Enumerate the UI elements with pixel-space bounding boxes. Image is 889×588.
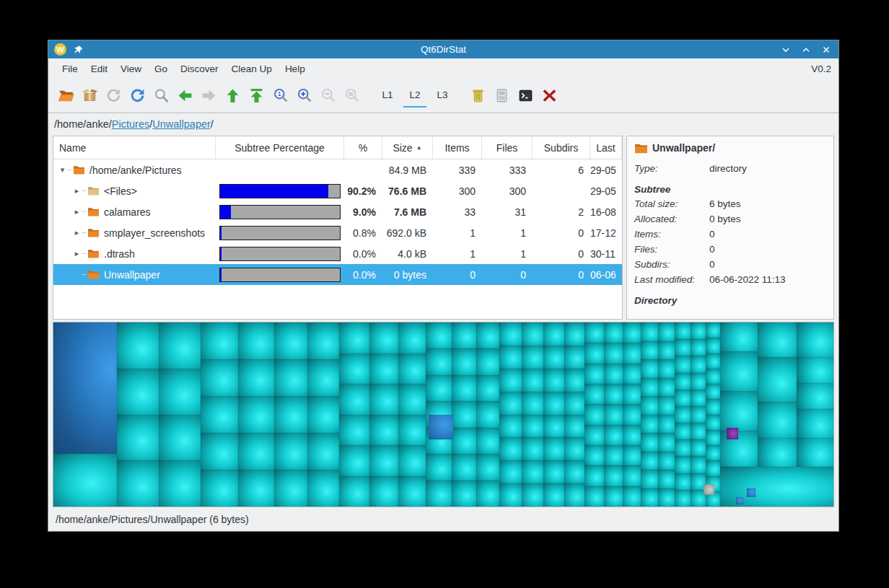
treemap-tile[interactable]: [452, 348, 476, 374]
treemap-tile[interactable]: [623, 486, 641, 506]
treemap-tile[interactable]: [584, 404, 604, 424]
treemap-tile[interactable]: [604, 486, 623, 506]
treemap-tile[interactable]: [339, 322, 369, 354]
treemap-tile[interactable]: [641, 452, 658, 470]
treemap-tile[interactable]: [452, 481, 476, 506]
treemap-tile[interactable]: [499, 322, 522, 346]
column-header--[interactable]: %: [344, 136, 382, 159]
treemap-tile[interactable]: [339, 354, 369, 385]
treemap-tile[interactable]: [584, 425, 604, 445]
treemap-tile[interactable]: [543, 460, 564, 483]
treemap-tile[interactable]: [522, 346, 543, 369]
treemap-tile[interactable]: [499, 483, 522, 506]
treemap-tile[interactable]: [564, 369, 584, 392]
menu-view[interactable]: View: [114, 61, 148, 76]
treemap-tile[interactable]: [641, 396, 658, 415]
treemap-tile[interactable]: [201, 433, 238, 470]
treemap-tile[interactable]: [307, 396, 339, 433]
expand-to-level-button[interactable]: 1: [270, 84, 292, 107]
tree-expand-arrow-icon[interactable]: ▸: [72, 186, 82, 196]
treemap-tile[interactable]: [238, 433, 274, 470]
menu-discover[interactable]: Discover: [174, 61, 225, 76]
treemap-tile[interactable]: [675, 373, 691, 390]
treemap-tile[interactable]: [691, 456, 706, 473]
treemap-tile[interactable]: [706, 354, 720, 369]
treemap-tile[interactable]: [720, 322, 758, 351]
treemap-tile[interactable]: [797, 438, 834, 467]
breadcrumb-link-unwallpaper[interactable]: Unwallpaper: [152, 118, 211, 130]
treemap-tile[interactable]: [476, 322, 499, 348]
treemap-tile[interactable]: [522, 322, 543, 346]
treemap-tile[interactable]: [522, 392, 543, 415]
treemap-tile[interactable]: [584, 364, 604, 384]
treemap-tile[interactable]: [522, 483, 543, 506]
treemap-tile[interactable]: [201, 322, 238, 359]
treemap-tile[interactable]: [720, 431, 758, 467]
treemap-tile[interactable]: [623, 384, 641, 404]
open-terminal-button[interactable]: [515, 84, 537, 107]
treemap-tile[interactable]: [641, 488, 658, 507]
treemap-tile[interactable]: [706, 322, 720, 338]
zoom-reset-button[interactable]: [341, 84, 363, 107]
tree-expand-arrow-icon[interactable]: ▸: [72, 249, 82, 258]
treemap-tile[interactable]: [758, 322, 797, 357]
refresh-selected-button[interactable]: [127, 84, 149, 107]
treemap-tile[interactable]: [691, 356, 706, 372]
treemap-tile[interactable]: [658, 378, 675, 397]
treemap-tile[interactable]: [623, 322, 641, 343]
treemap-tile[interactable]: [159, 369, 201, 415]
treemap-tile[interactable]: [758, 357, 797, 402]
treemap-tile[interactable]: [307, 470, 339, 506]
treemap-tile[interactable]: [53, 322, 117, 454]
treemap-tile[interactable]: [641, 341, 658, 360]
tree-expand-arrow-icon[interactable]: ▸: [72, 207, 82, 216]
treemap-tile[interactable]: [117, 369, 159, 415]
treemap-tile[interactable]: [274, 470, 307, 506]
maximize-icon[interactable]: [801, 45, 811, 55]
zoom-in-button[interactable]: [294, 84, 315, 107]
tree-expand-arrow-icon[interactable]: ▸: [72, 228, 82, 237]
column-header-subtree-percentage[interactable]: Subtree Percentage: [216, 136, 344, 159]
tree-row--files-[interactable]: ▸<Files>90.2%76.6 MB30030029-05: [53, 180, 622, 201]
treemap-tile[interactable]: [623, 343, 641, 363]
treemap-tile[interactable]: [159, 415, 201, 461]
menu-file[interactable]: File: [56, 61, 84, 76]
treemap-tile[interactable]: [339, 476, 369, 507]
treemap-tile[interactable]: [522, 460, 543, 483]
column-header-files[interactable]: Files: [482, 136, 533, 159]
treemap-tile[interactable]: [429, 415, 453, 439]
treemap-tile[interactable]: [641, 433, 658, 452]
treemap-tile[interactable]: [641, 470, 658, 488]
treemap-tile[interactable]: [623, 425, 641, 445]
treemap-tile[interactable]: [604, 445, 623, 465]
treemap-tile[interactable]: [758, 438, 797, 467]
treemap-tile[interactable]: [706, 399, 720, 414]
treemap-tile[interactable]: [398, 384, 426, 415]
treemap-tile[interactable]: [398, 354, 426, 385]
treemap-tile[interactable]: [691, 406, 706, 423]
treemap-tile[interactable]: [706, 369, 720, 384]
treemap-tile[interactable]: [426, 348, 452, 374]
treemap-tile[interactable]: [675, 339, 691, 356]
treemap-tile[interactable]: [499, 346, 522, 369]
tree-row--dtrash[interactable]: ▸.dtrash0.0%4.0 kB11030-11: [53, 243, 622, 264]
menu-help[interactable]: Help: [279, 61, 312, 76]
open-directory-button[interactable]: [56, 84, 77, 107]
go-back-button[interactable]: [175, 84, 196, 107]
treemap-tile[interactable]: [426, 481, 452, 506]
treemap-tile[interactable]: [797, 357, 834, 383]
treemap-tile[interactable]: [117, 460, 159, 506]
go-up-button[interactable]: [222, 84, 244, 107]
treemap-tile[interactable]: [274, 322, 307, 359]
treemap-tile[interactable]: [658, 396, 675, 415]
treemap-tile[interactable]: [691, 322, 706, 339]
menu-edit[interactable]: Edit: [84, 61, 114, 76]
go-to-toplevel-button[interactable]: [246, 84, 268, 107]
title-bar[interactable]: W Qt6DirStat: [48, 40, 838, 58]
column-header-last[interactable]: Last: [590, 136, 622, 159]
treemap-tile[interactable]: [604, 343, 623, 363]
treemap-tile[interactable]: [307, 433, 339, 470]
minimize-icon[interactable]: [781, 45, 791, 55]
treemap-tile[interactable]: [398, 322, 426, 354]
treemap-tile[interactable]: [584, 465, 604, 486]
